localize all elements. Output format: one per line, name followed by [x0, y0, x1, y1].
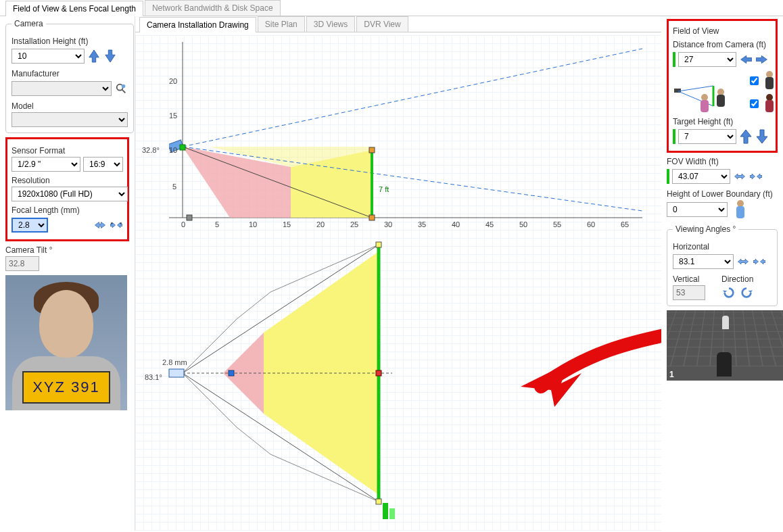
target-height-annot: 7 ft	[379, 185, 389, 193]
focal-length-narrow-icon[interactable]	[93, 216, 107, 234]
svg-rect-12	[369, 147, 375, 153]
side-view-plot	[169, 42, 642, 231]
fov-legend: Field of View	[673, 26, 776, 36]
fov-diagram-icon	[674, 83, 742, 110]
camera-tilt-label: Camera Tilt °	[5, 245, 129, 255]
drawing-canvas[interactable]: 32.8° 7 ft 5 10 15 20 0 5 10 15 20 25 30…	[135, 35, 661, 531]
xtick: 40	[452, 220, 460, 228]
xtick: 65	[621, 220, 629, 228]
vert-angle-value	[673, 285, 705, 300]
focal-length-wide-icon[interactable]	[110, 216, 123, 234]
xtick: 50	[519, 220, 527, 228]
resolution-select[interactable]: 1920x1080 (Full HD)	[11, 187, 128, 201]
distance-right-icon[interactable]	[755, 51, 769, 68]
right-panel: Field of View Distance from Camera (ft) …	[661, 16, 783, 531]
focal-length-label: Focal Length (mm)	[11, 205, 123, 215]
viewing-angles-legend: Viewing Angles °	[673, 224, 738, 234]
aspect-ratio-select[interactable]: 16:9	[83, 157, 123, 172]
horiz-wide-icon[interactable]	[753, 253, 766, 270]
camera-legend: Camera	[11, 19, 46, 28]
svg-rect-25	[376, 499, 381, 504]
rotate-ccw-icon[interactable]	[721, 285, 736, 300]
focal-length-select[interactable]: 2.8	[11, 218, 48, 233]
target-height-up-icon[interactable]	[739, 128, 753, 145]
tab-3d-views[interactable]: 3D Views	[306, 16, 355, 32]
svg-line-1	[122, 90, 126, 93]
distance-left-icon[interactable]	[739, 51, 753, 68]
person-male-icon	[763, 71, 776, 90]
rotate-cw-icon[interactable]	[739, 285, 754, 300]
ytick: 10	[169, 146, 177, 154]
person-female-icon	[763, 94, 776, 113]
side-angle-annot: 32.8°	[142, 146, 160, 154]
svg-rect-15	[180, 145, 185, 150]
svg-point-2	[122, 84, 125, 88]
distance-select[interactable]: 27	[678, 52, 736, 67]
target-height-label: Target Height (ft)	[673, 117, 776, 126]
top-focal-annot: 2.8 mm	[162, 358, 187, 366]
horiz-narrow-icon[interactable]	[736, 253, 750, 270]
preview-3d[interactable]: 1	[667, 310, 783, 381]
install-height-down-icon[interactable]	[103, 47, 117, 65]
tab-field-of-view[interactable]: Field of View & Lens Focal Length	[5, 1, 143, 16]
camera-group: Camera Installation Height (ft) 10 Manuf…	[5, 19, 134, 133]
check-short-person[interactable]	[750, 99, 759, 108]
xtick: 55	[553, 220, 561, 228]
svg-rect-27	[229, 370, 234, 376]
install-height-select[interactable]: 10	[11, 49, 85, 64]
top-view-plot	[149, 231, 649, 531]
xtick: 10	[249, 220, 257, 228]
manufacturer-search-icon[interactable]	[114, 80, 128, 97]
ytick: 5	[172, 183, 176, 191]
svg-rect-24	[376, 242, 381, 247]
preview-index: 1	[669, 370, 674, 379]
sensor-format-label: Sensor Format	[11, 146, 123, 155]
svg-rect-30	[389, 508, 395, 519]
distance-label: Distance from Camera (ft)	[673, 40, 776, 49]
tab-network-bandwidth[interactable]: Network Bandwidth & Disk Space	[145, 0, 281, 16]
lower-boundary-select[interactable]: 0	[667, 202, 728, 217]
xtick: 45	[485, 220, 494, 228]
xtick: 15	[283, 220, 291, 228]
viewing-angles-group: Viewing Angles ° Horizontal 83.1 Vertica…	[667, 224, 778, 306]
svg-rect-13	[369, 215, 375, 220]
fov-width-narrow-icon[interactable]	[733, 168, 746, 185]
resolution-label: Resolution	[11, 176, 123, 185]
xtick: 20	[316, 220, 325, 228]
xtick: 0	[181, 220, 185, 228]
sensor-highlight-block: Sensor Format 1/2.9 " 16:9 Resolution 19…	[5, 137, 129, 241]
fov-width-label: FOV Width (ft)	[667, 157, 778, 166]
left-panel: Camera Installation Height (ft) 10 Manuf…	[0, 16, 135, 531]
xtick: 25	[350, 220, 358, 228]
manufacturer-select[interactable]	[11, 81, 112, 96]
fov-width-wide-icon[interactable]	[749, 168, 763, 185]
target-height-select[interactable]: 7	[678, 129, 736, 144]
xtick: 60	[587, 220, 595, 228]
ytick: 15	[169, 112, 177, 120]
vert-angle-label: Vertical	[673, 274, 705, 284]
lower-boundary-label: Height of Lower Boundary (ft)	[667, 189, 778, 199]
main-tab-bar: Field of View & Lens Focal Length Networ…	[0, 0, 783, 16]
xtick: 30	[384, 220, 392, 228]
svg-line-31	[678, 86, 713, 91]
xtick: 5	[215, 220, 219, 228]
svg-rect-29	[383, 503, 388, 519]
drawing-tab-bar: Camera Installation Drawing Site Plan 3D…	[135, 16, 661, 32]
fov-width-select[interactable]: 43.07	[672, 169, 730, 184]
model-label: Model	[11, 101, 128, 111]
sensor-format-select[interactable]: 1/2.9 "	[11, 157, 80, 172]
install-height-up-icon[interactable]	[87, 47, 101, 65]
check-tall-person[interactable]	[750, 76, 759, 85]
top-angle-annot: 83.1°	[145, 373, 162, 381]
center-panel: Camera Installation Drawing Site Plan 3D…	[135, 16, 661, 531]
horiz-angle-label: Horizontal	[673, 242, 772, 251]
tab-camera-drawing[interactable]: Camera Installation Drawing	[139, 17, 256, 32]
svg-rect-26	[376, 370, 381, 376]
model-select[interactable]	[11, 112, 128, 127]
xtick: 35	[418, 220, 426, 228]
tab-site-plan[interactable]: Site Plan	[258, 16, 305, 32]
horiz-angle-select[interactable]: 83.1	[673, 254, 734, 269]
tab-dvr-view[interactable]: DVR View	[356, 16, 408, 32]
direction-label: Direction	[721, 274, 754, 284]
target-height-down-icon[interactable]	[755, 128, 769, 145]
